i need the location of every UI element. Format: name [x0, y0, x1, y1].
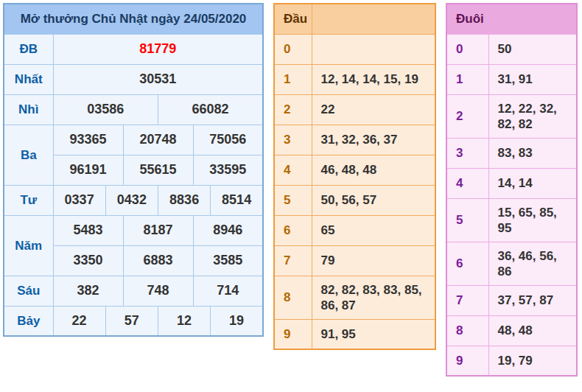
- dau-values: [312, 34, 435, 64]
- prize-value: 714: [193, 276, 263, 306]
- prize-value: 22: [53, 306, 105, 336]
- prize-value: 30531: [53, 64, 263, 94]
- dau-digit: 3: [274, 125, 312, 155]
- dau-values: 22: [312, 94, 435, 125]
- duoi-digit: 3: [446, 138, 488, 168]
- dau-values: 79: [312, 245, 435, 276]
- duoi-digit: 8: [446, 315, 488, 346]
- dau-values: 65: [312, 215, 435, 245]
- prize-value: 03586: [53, 94, 158, 125]
- duoi-values: 31, 91: [488, 64, 577, 94]
- dau-digit: 2: [274, 94, 312, 125]
- duoi-table: Đuôi 050 131, 91 212, 22, 32, 82, 82 383…: [446, 3, 578, 377]
- prize-label: Tư: [4, 185, 53, 215]
- prize-value: 5483: [53, 215, 123, 245]
- duoi-values: 37, 57, 87: [488, 285, 577, 315]
- prize-value: 8946: [193, 215, 263, 245]
- prize-row-db: ĐB 81779: [4, 34, 263, 64]
- duoi-row: 383, 83: [446, 138, 577, 168]
- prize-value: 8836: [158, 185, 211, 215]
- dau-row: 0: [274, 34, 435, 64]
- duoi-values: 14, 14: [488, 168, 577, 198]
- prize-value: 20748: [123, 125, 193, 155]
- prize-label: Bảy: [4, 306, 53, 336]
- dau-row: 665: [274, 215, 435, 245]
- dau-values: 50, 56, 57: [312, 185, 435, 215]
- dau-row: 112, 14, 14, 15, 19: [274, 64, 435, 94]
- prize-row-nhat: Nhất 30531: [4, 64, 263, 94]
- dau-digit: 4: [274, 155, 312, 185]
- dau-row: 991, 95: [274, 319, 435, 349]
- prize-value: 3350: [53, 245, 123, 276]
- duoi-digit: 5: [446, 198, 488, 242]
- prize-value: 8514: [211, 185, 263, 215]
- dau-digit: 6: [274, 215, 312, 245]
- duoi-row: 515, 65, 85, 95: [446, 198, 577, 242]
- dau-header-row: Đầu: [274, 4, 435, 34]
- duoi-row: 414, 14: [446, 168, 577, 198]
- dau-digit: 8: [274, 276, 312, 319]
- prize-value: 57: [105, 306, 158, 336]
- prize-value: 75056: [193, 125, 263, 155]
- dau-values: 46, 48, 48: [312, 155, 435, 185]
- duoi-values: 12, 22, 32, 82, 82: [488, 94, 577, 138]
- duoi-row: 050: [446, 34, 577, 64]
- duoi-digit: 0: [446, 34, 488, 64]
- prize-label: Năm: [4, 215, 53, 276]
- page-content: Mở thưởng Chủ Nhật ngày 24/05/2020 ĐB 81…: [0, 0, 582, 379]
- prize-value: 96191: [53, 155, 123, 185]
- dau-values: 31, 32, 36, 37: [312, 125, 435, 155]
- prize-value: 66082: [158, 94, 264, 125]
- prize-value: 93365: [53, 125, 123, 155]
- duoi-digit: 1: [446, 64, 488, 94]
- duoi-row: 919, 79: [446, 346, 577, 376]
- dau-row: 222: [274, 94, 435, 125]
- duoi-row: 737, 57, 87: [446, 285, 577, 315]
- duoi-values: 15, 65, 85, 95: [488, 198, 577, 242]
- results-header-row: Mở thưởng Chủ Nhật ngày 24/05/2020: [4, 4, 263, 34]
- dau-digit: 7: [274, 245, 312, 276]
- prize-value: 19: [211, 306, 263, 336]
- duoi-row: 212, 22, 32, 82, 82: [446, 94, 577, 138]
- prize-value: 0337: [53, 185, 105, 215]
- prize-label: Sáu: [4, 276, 53, 306]
- dau-values: 91, 95: [312, 319, 435, 349]
- prize-value: 55615: [123, 155, 193, 185]
- prize-value: 33595: [193, 155, 263, 185]
- dau-row: 882, 82, 83, 83, 85, 86, 87: [274, 276, 435, 319]
- prize-value: 6883: [123, 245, 193, 276]
- dau-values: 12, 14, 14, 15, 19: [312, 64, 435, 94]
- duoi-row: 848, 48: [446, 315, 577, 346]
- duoi-values: 36, 46, 56, 86: [488, 242, 577, 285]
- dau-row: 331, 32, 36, 37: [274, 125, 435, 155]
- dau-digit: 9: [274, 319, 312, 349]
- duoi-digit: 6: [446, 242, 488, 285]
- prize-value: 0432: [105, 185, 158, 215]
- prize-label: Nhì: [4, 94, 53, 125]
- prize-value: 748: [123, 276, 193, 306]
- duoi-digit: 7: [446, 285, 488, 315]
- prize-value: 12: [158, 306, 211, 336]
- duoi-values: 83, 83: [488, 138, 577, 168]
- dau-table: Đầu 0 112, 14, 14, 15, 19 222 331, 32, 3…: [273, 3, 436, 350]
- prize-label: ĐB: [4, 34, 53, 64]
- prize-row-nam-1: Năm 5483 8187 8946: [4, 215, 263, 245]
- dau-row: 779: [274, 245, 435, 276]
- duoi-digit: 2: [446, 94, 488, 138]
- dau-digit: 1: [274, 64, 312, 94]
- dau-row: 550, 56, 57: [274, 185, 435, 215]
- prize-value: 382: [53, 276, 123, 306]
- prize-value: 3585: [193, 245, 263, 276]
- duoi-header-row: Đuôi: [446, 4, 577, 34]
- prize-label: Nhất: [4, 64, 53, 94]
- duoi-row: 636, 46, 56, 86: [446, 242, 577, 285]
- dau-row: 446, 48, 48: [274, 155, 435, 185]
- duoi-digit: 4: [446, 168, 488, 198]
- prize-value: 8187: [123, 215, 193, 245]
- prize-results-table: Mở thưởng Chủ Nhật ngày 24/05/2020 ĐB 81…: [3, 3, 264, 337]
- prize-row-tu: Tư 0337 0432 8836 8514: [4, 185, 263, 215]
- prize-label: Ba: [4, 125, 53, 185]
- dau-values: 82, 82, 83, 83, 85, 86, 87: [312, 276, 435, 319]
- special-prize-value: 81779: [53, 34, 263, 64]
- duoi-digit: 9: [446, 346, 488, 376]
